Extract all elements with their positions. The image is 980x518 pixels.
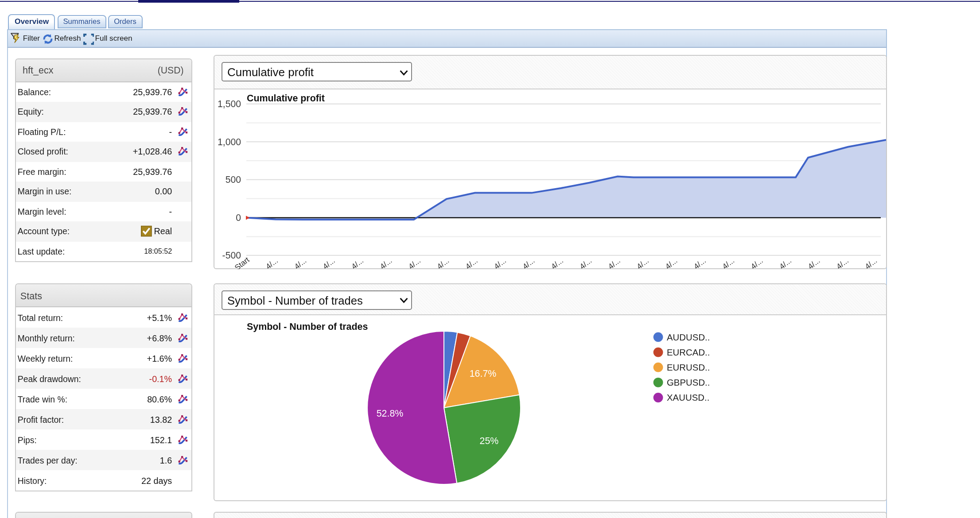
svg-text:4/...: 4/... [607,256,622,269]
svg-text:4/...: 4/... [321,256,337,269]
svg-text:4/...: 4/... [264,256,280,269]
svg-text:EURUSD..: EURUSD.. [667,363,710,372]
svg-text:Symbol - Number of trades: Symbol - Number of trades [247,321,368,332]
svg-text:16.7%: 16.7% [470,368,497,379]
svg-text:4/...: 4/... [778,256,793,269]
svg-text:4/...: 4/... [549,256,565,269]
svg-text:-500: -500 [222,250,241,260]
svg-text:Cumulative profit: Cumulative profit [247,93,325,104]
svg-text:4/...: 4/... [692,256,708,269]
svg-text:4/...: 4/... [635,256,650,269]
svg-text:4/...: 4/... [378,256,394,269]
svg-text:4/...: 4/... [578,256,593,269]
svg-text:4/...: 4/... [464,256,479,269]
svg-text:4/...: 4/... [863,256,879,269]
svg-text:4/...: 4/... [492,256,508,269]
svg-text:4/...: 4/... [292,256,308,269]
svg-text:AUDUSD..: AUDUSD.. [667,332,710,342]
svg-text:52.8%: 52.8% [377,408,404,419]
svg-text:500: 500 [226,174,241,185]
svg-text:4/...: 4/... [720,256,736,269]
svg-text:4/...: 4/... [435,256,451,269]
svg-text:EURCAD..: EURCAD.. [667,348,710,357]
svg-text:1,500: 1,500 [218,99,241,109]
svg-text:4/...: 4/... [407,256,422,269]
svg-text:0: 0 [236,213,241,223]
svg-text:4/...: 4/... [350,256,365,269]
svg-text:4/...: 4/... [521,256,537,269]
svg-text:4/...: 4/... [806,256,822,269]
svg-text:4/...: 4/... [835,256,850,269]
svg-text:4/...: 4/... [664,256,679,269]
svg-text:GBPUSD..: GBPUSD.. [667,378,710,387]
svg-text:25%: 25% [480,436,499,446]
svg-text:4/...: 4/... [749,256,765,269]
svg-text:1,000: 1,000 [218,137,241,147]
svg-text:XAUUSD..: XAUUSD.. [667,393,709,402]
